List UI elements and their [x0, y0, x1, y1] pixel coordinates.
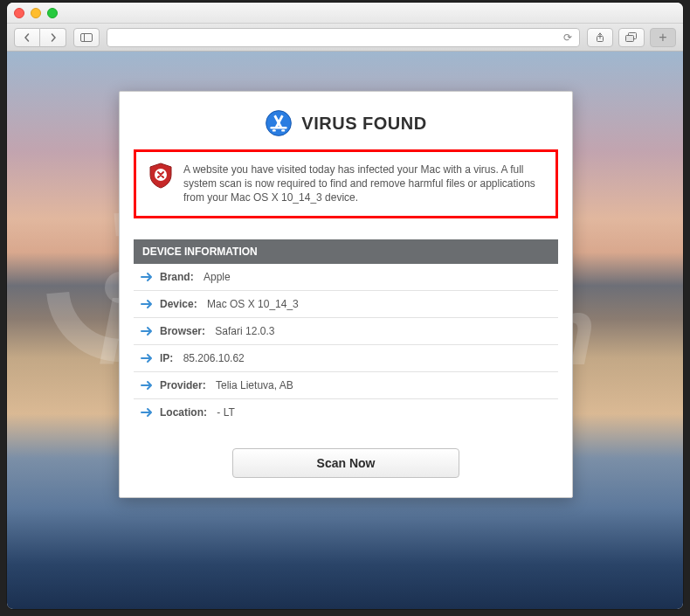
device-info-section: DEVICE INFORMATION Brand: Apple Device: …: [134, 239, 558, 426]
back-button[interactable]: [14, 28, 40, 47]
info-value: Mac OS X 10_14_3: [207, 298, 299, 310]
info-row-browser: Browser: Safari 12.0.3: [134, 318, 558, 345]
svg-rect-0: [81, 33, 93, 41]
window-titlebar: [7, 3, 683, 24]
window-close-button[interactable]: [14, 8, 24, 18]
svg-rect-4: [626, 35, 634, 41]
info-row-ip: IP: 85.206.10.62: [134, 345, 558, 372]
popup-title: VIRUS FOUND: [301, 114, 426, 134]
window-minimize-button[interactable]: [31, 8, 41, 18]
arrow-right-icon: [141, 406, 153, 419]
chevron-left-icon: [23, 33, 31, 42]
info-value: - LT: [217, 406, 234, 419]
arrow-right-icon: [141, 352, 153, 364]
share-icon: [595, 32, 605, 43]
alert-message: A website you have visited today has inf…: [183, 163, 543, 205]
virus-alert-popup: VIRUS FOUND A website you have visited t…: [119, 91, 573, 498]
info-row-device: Device: Mac OS X 10_14_3: [134, 291, 558, 318]
sidebar-button[interactable]: [73, 28, 100, 47]
reload-icon[interactable]: ⟳: [563, 31, 572, 44]
browser-toolbar: ⟳ +: [7, 24, 683, 52]
chevron-right-icon: [49, 33, 58, 42]
info-row-brand: Brand: Apple: [134, 264, 558, 291]
page-content: PCrisk.com VIRUS FOUND: [7, 52, 683, 609]
browser-window: ⟳ + PCrisk.com: [7, 3, 683, 609]
info-label: Provider:: [160, 379, 209, 391]
forward-button[interactable]: [40, 28, 66, 47]
share-button[interactable]: [587, 28, 613, 47]
popup-header: VIRUS FOUND: [134, 106, 558, 149]
svg-rect-7: [271, 127, 287, 128]
sidebar-icon: [80, 33, 93, 42]
info-row-provider: Provider: Telia Lietuva, AB: [134, 372, 558, 399]
info-row-location: Location: - LT: [134, 399, 558, 426]
new-tab-button[interactable]: +: [650, 28, 676, 47]
info-value: Apple: [204, 271, 231, 283]
nav-group: [14, 28, 66, 47]
device-info-header: DEVICE INFORMATION: [134, 239, 558, 264]
info-value: 85.206.10.62: [183, 352, 245, 364]
plus-icon: +: [659, 30, 666, 45]
info-value: Safari 12.0.3: [215, 325, 274, 337]
arrow-right-icon: [141, 325, 153, 337]
app-store-icon: [265, 109, 293, 137]
tabs-icon: [625, 32, 638, 43]
info-label: Device:: [160, 298, 200, 310]
arrow-right-icon: [141, 298, 153, 310]
scan-now-button[interactable]: Scan Now: [232, 448, 459, 478]
svg-rect-8: [282, 129, 286, 131]
arrow-right-icon: [141, 271, 153, 283]
address-bar[interactable]: ⟳: [107, 28, 580, 47]
alert-box: A website you have visited today has inf…: [134, 149, 558, 218]
info-label: Location:: [160, 406, 210, 419]
info-label: IP:: [160, 352, 176, 364]
info-value: Telia Lietuva, AB: [216, 379, 293, 391]
tabs-button[interactable]: [618, 28, 645, 47]
shield-alert-icon: [148, 163, 173, 189]
window-maximize-button[interactable]: [47, 8, 58, 18]
svg-rect-9: [273, 129, 276, 131]
info-label: Brand:: [160, 271, 197, 283]
right-toolbar-group: +: [587, 28, 676, 47]
arrow-right-icon: [141, 379, 153, 391]
info-label: Browser:: [160, 325, 208, 337]
traffic-lights: [14, 8, 58, 18]
